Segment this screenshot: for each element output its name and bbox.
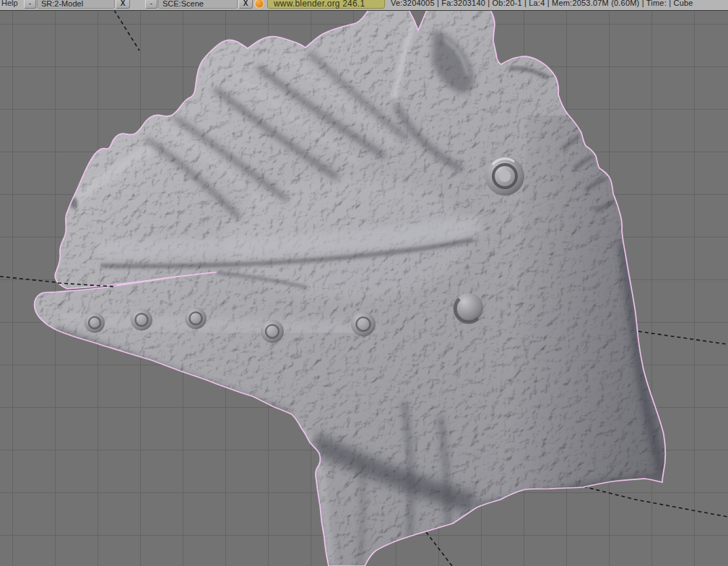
viewport-3d[interactable] bbox=[0, 10, 728, 566]
help-menu[interactable]: Help bbox=[1, 0, 18, 9]
viewport-canvas[interactable] bbox=[0, 10, 728, 566]
blender-logo-icon bbox=[254, 0, 264, 9]
screen-browse-button[interactable]: - bbox=[24, 0, 36, 9]
header-bar: Help - SR:2-Model X - SCE:Scene X www.bl… bbox=[0, 0, 728, 11]
version-label: www.blender.org 246.1 bbox=[267, 0, 385, 9]
screen-delete-button[interactable]: X bbox=[116, 0, 130, 9]
header-inner: Help - SR:2-Model X - SCE:Scene X www.bl… bbox=[0, 0, 728, 10]
scene-browse-button[interactable]: - bbox=[145, 0, 157, 9]
header-stats: Ve:3204005 | Fa:3203140 | Ob:20-1 | La:4… bbox=[391, 0, 693, 9]
cheek-knob-bump bbox=[485, 157, 524, 196]
screen-name-field[interactable]: SR:2-Model bbox=[37, 0, 115, 9]
sculpted-model[interactable] bbox=[35, 10, 675, 566]
scene-name-field[interactable]: SCE:Scene bbox=[158, 0, 238, 9]
blender-window: Help - SR:2-Model X - SCE:Scene X www.bl… bbox=[0, 0, 728, 566]
scene-delete-button[interactable]: X bbox=[238, 0, 253, 9]
